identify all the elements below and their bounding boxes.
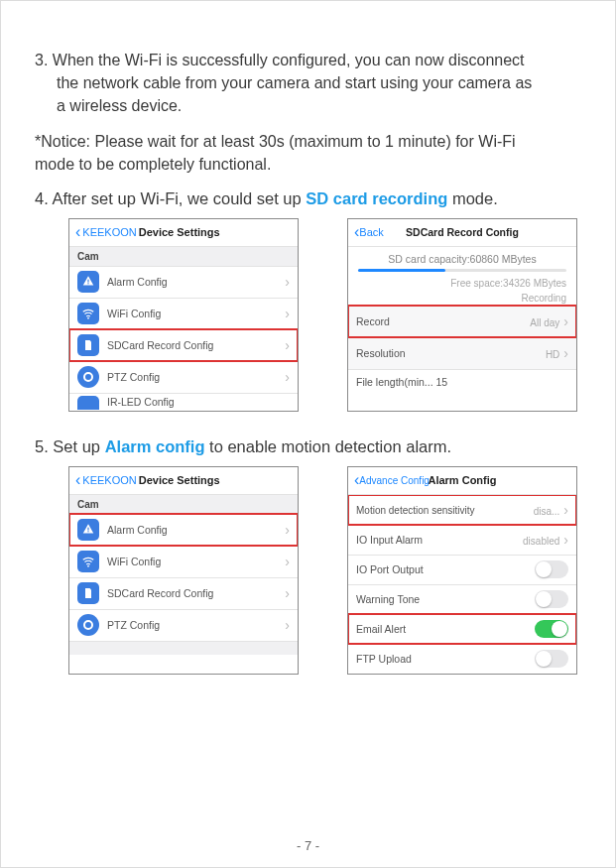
sdcard-icon	[77, 582, 99, 604]
chevron-right-icon: ›	[563, 502, 568, 518]
chevron-right-icon: ›	[285, 617, 290, 633]
sdcard-icon	[77, 334, 99, 356]
sd-capacity-label: SD card capacity:60860 MBytes	[348, 247, 576, 269]
screenshot-device-settings-2: ‹ KEEKOON Device Settings Cam Alarm Conf…	[68, 466, 299, 675]
row-ptz-config[interactable]: PTZ Config ›	[69, 609, 298, 641]
spacer	[69, 641, 298, 655]
section-label-cam: Cam	[69, 247, 298, 266]
sd-capacity-bar	[348, 269, 576, 276]
row-wifi-config[interactable]: WiFi Config ›	[69, 298, 298, 329]
step3-paragraph: 3. When the Wi-Fi is successfully config…	[35, 49, 581, 118]
nav-header: ‹ Back SDCard Record Config	[348, 219, 576, 247]
notice-line1: *Notice: Please wait for at least 30s (m…	[35, 133, 516, 150]
row-io-port-output[interactable]: IO Port Output	[348, 555, 576, 584]
notice-paragraph: *Notice: Please wait for at least 30s (m…	[35, 130, 581, 176]
row-alarm-config[interactable]: Alarm Config ›	[69, 266, 298, 298]
row-warning-tone[interactable]: Warning Tone	[348, 584, 576, 614]
svg-rect-1	[87, 284, 88, 285]
toggle-warning-tone[interactable]	[535, 590, 568, 608]
screenshot-row-2: ‹ KEEKOON Device Settings Cam Alarm Conf…	[68, 466, 577, 675]
irled-icon	[77, 396, 99, 410]
ptz-icon	[77, 614, 99, 636]
row-ptz-config[interactable]: PTZ Config ›	[69, 361, 298, 393]
svg-rect-3	[87, 528, 88, 531]
back-button[interactable]: ‹ Advance Config	[354, 471, 430, 489]
chevron-right-icon: ›	[285, 522, 290, 538]
sd-card-recording-emph: SD card recording	[306, 189, 447, 207]
step5-heading: 5. Set up Alarm config to enable motion …	[35, 437, 581, 456]
row-io-input-alarm[interactable]: IO Input Alarm disabled›	[348, 525, 576, 555]
back-button[interactable]: ‹ KEEKOON	[75, 472, 137, 488]
step3-line3: a wireless device.	[35, 94, 581, 117]
chevron-right-icon: ›	[285, 554, 290, 569]
step4-heading: 4. After set up Wi-Fi, we could set up S…	[35, 189, 581, 208]
wifi-icon	[77, 303, 99, 324]
toggle-io-port-output[interactable]	[535, 560, 568, 578]
chevron-right-icon: ›	[285, 369, 290, 385]
step3-line2: the network cable from your camera and s…	[35, 71, 581, 94]
nav-header: ‹ KEEKOON Device Settings	[69, 219, 298, 247]
nav-title: SDCard Record Config	[354, 226, 570, 238]
toggle-email-alert[interactable]	[535, 620, 568, 638]
nav-title: Device Settings	[139, 474, 220, 486]
row-alarm-config[interactable]: Alarm Config ›	[69, 514, 298, 546]
chevron-right-icon: ›	[285, 585, 290, 601]
row-resolution[interactable]: Resolution HD›	[348, 337, 576, 369]
nav-header: ‹ KEEKOON Device Settings	[69, 467, 298, 495]
back-button[interactable]: ‹ Back	[354, 223, 384, 241]
sd-status-label: Recording	[348, 291, 576, 306]
alarm-icon	[77, 519, 99, 541]
chevron-right-icon: ›	[563, 313, 568, 329]
row-file-length[interactable]: File length(min... 15	[348, 369, 576, 394]
chevron-right-icon: ›	[563, 345, 568, 361]
screenshot-sdcard-record-config: ‹ Back SDCard Record Config SD card capa…	[347, 218, 577, 412]
page-number: - 7 -	[1, 838, 615, 853]
row-ftp-upload[interactable]: FTP Upload	[348, 644, 576, 674]
alarm-icon	[77, 271, 99, 293]
row-wifi-config[interactable]: WiFi Config ›	[69, 546, 298, 577]
row-sdcard-config[interactable]: SDCard Record Config ›	[69, 577, 298, 609]
row-sdcard-config[interactable]: SDCard Record Config ›	[69, 329, 298, 361]
svg-point-5	[87, 565, 89, 567]
sd-free-label: Free space:34326 MBytes	[348, 276, 576, 291]
screenshot-alarm-config: ‹ Advance Config Alarm Config Motion det…	[347, 466, 577, 675]
screenshot-device-settings-1: ‹ KEEKOON Device Settings Cam Alarm Conf…	[68, 218, 299, 412]
notice-line2: mode to be completely functional.	[35, 156, 271, 173]
toggle-ftp-upload[interactable]	[535, 650, 568, 668]
alarm-config-emph: Alarm config	[105, 437, 205, 455]
row-motion-sensitivity[interactable]: Motion detection sensitivity disa...›	[348, 495, 576, 525]
step3-line1: 3. When the Wi-Fi is successfully config…	[35, 52, 525, 68]
ptz-icon	[77, 366, 99, 388]
chevron-right-icon: ›	[285, 337, 290, 353]
chevron-right-icon: ›	[563, 532, 568, 548]
chevron-left-icon: ‹	[75, 472, 80, 488]
section-label-cam: Cam	[69, 495, 298, 514]
chevron-right-icon: ›	[285, 306, 290, 321]
back-button[interactable]: ‹ KEEKOON	[75, 224, 137, 240]
row-email-alert[interactable]: Email Alert	[348, 614, 576, 644]
wifi-icon	[77, 551, 99, 572]
svg-rect-4	[87, 532, 88, 533]
chevron-left-icon: ‹	[75, 224, 80, 240]
svg-point-2	[87, 317, 89, 319]
svg-rect-0	[87, 280, 88, 283]
screenshot-row-1: ‹ KEEKOON Device Settings Cam Alarm Conf…	[68, 218, 577, 412]
nav-title: Device Settings	[139, 226, 220, 238]
chevron-right-icon: ›	[285, 274, 290, 290]
row-record[interactable]: Record All day›	[348, 306, 576, 337]
nav-header: ‹ Advance Config Alarm Config	[348, 467, 576, 495]
row-irled-config[interactable]: IR-LED Config	[69, 393, 298, 411]
